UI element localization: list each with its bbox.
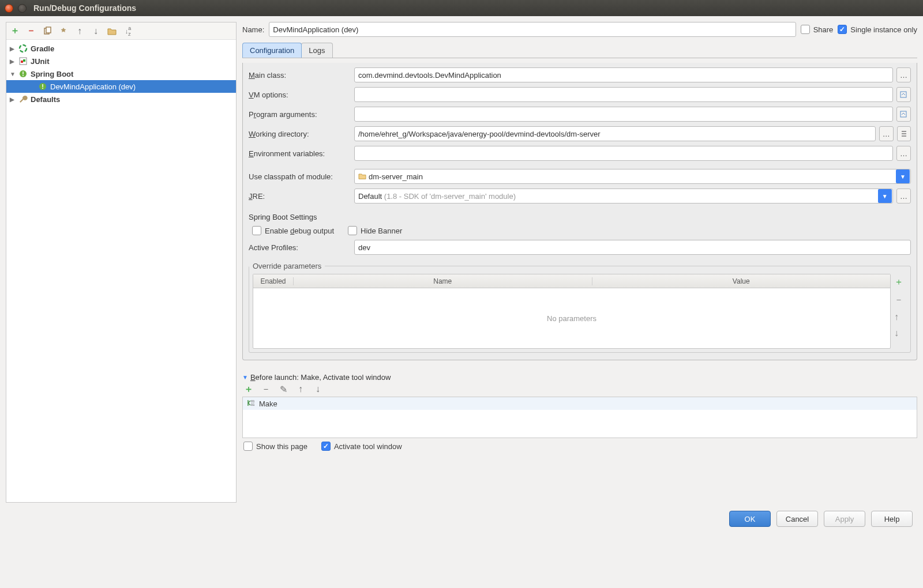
- working-dir-input[interactable]: [354, 126, 876, 141]
- browse-main-class-button[interactable]: …: [896, 67, 911, 82]
- program-args-input[interactable]: [354, 107, 893, 122]
- browse-working-dir-button[interactable]: …: [879, 126, 893, 141]
- th-name[interactable]: Name: [294, 277, 592, 285]
- env-vars-label: Environment variables:: [249, 149, 350, 158]
- remove-param-icon[interactable]: －: [894, 294, 903, 306]
- before-launch-header[interactable]: ▼ Before launch: Make, Activate tool win…: [242, 373, 917, 382]
- chevron-down-icon: ▼: [878, 189, 892, 203]
- checkbox-icon: [801, 25, 810, 34]
- tree-node-defaults[interactable]: ▶ Defaults: [6, 93, 236, 105]
- browse-jre-button[interactable]: …: [896, 189, 911, 203]
- before-launch-list[interactable]: 0101 Make: [242, 397, 917, 438]
- th-value[interactable]: Value: [592, 277, 891, 285]
- tree-label: Spring Boot: [31, 70, 73, 78]
- list-item[interactable]: 0101 Make: [243, 397, 917, 410]
- before-launch-title: Before launch: Make, Activate tool windo…: [250, 373, 391, 382]
- enable-debug-label: Enable debug output: [265, 227, 334, 235]
- before-launch-toolbar: ＋ － ✎ ↑ ↓: [242, 382, 917, 397]
- cancel-button[interactable]: Cancel: [776, 511, 818, 527]
- svg-point-9: [42, 88, 43, 89]
- enable-debug-checkbox[interactable]: Enable debug output: [252, 226, 334, 235]
- apply-button[interactable]: Apply: [824, 511, 865, 527]
- tab-configuration[interactable]: Configuration: [242, 43, 302, 58]
- make-icon: 0101: [246, 399, 256, 408]
- activate-tool-window-checkbox[interactable]: Activate tool window: [321, 442, 402, 451]
- active-profiles-label: Active Profiles:: [249, 243, 350, 252]
- program-args-label: Program arguments:: [249, 110, 350, 119]
- add-config-icon[interactable]: ＋: [10, 26, 20, 36]
- ok-button[interactable]: OK: [729, 511, 771, 527]
- dialog-body: ＋ － ↑ ↓ ↓az ▶ Gradle ▶ JU: [0, 16, 923, 503]
- param-down-icon[interactable]: ↓: [894, 328, 903, 338]
- window-minimize-icon[interactable]: [18, 4, 27, 13]
- chevron-right-icon: ▶: [10, 46, 18, 52]
- tree-node-junit[interactable]: ▶ JUnit: [6, 55, 236, 67]
- configuration-tab-body: MMain class:ain class: … VM options: Pro…: [242, 63, 917, 360]
- config-editor: Name: Share Single instance only Configu…: [242, 22, 917, 503]
- env-vars-input[interactable]: [354, 146, 893, 161]
- svg-point-7: [22, 75, 24, 76]
- th-enabled[interactable]: Enabled: [253, 277, 294, 285]
- expand-program-args-button[interactable]: [896, 107, 911, 122]
- bl-remove-icon[interactable]: －: [261, 384, 271, 394]
- tree-label: Gradle: [31, 44, 54, 53]
- window-close-icon[interactable]: [5, 4, 13, 13]
- tree-node-springboot[interactable]: ▼ Spring Boot: [6, 67, 236, 80]
- tree-node-springboot-child[interactable]: DevMindApplication (dev): [6, 80, 236, 93]
- svg-rect-10: [901, 92, 906, 97]
- hide-banner-label: Hide Banner: [361, 227, 402, 235]
- edit-defaults-icon[interactable]: [58, 26, 69, 36]
- param-up-icon[interactable]: ↑: [894, 312, 903, 322]
- sort-az-icon[interactable]: ↓az: [123, 26, 133, 36]
- vm-options-input[interactable]: [354, 87, 893, 102]
- chevron-right-icon: ▶: [10, 96, 18, 103]
- edit-env-vars-button[interactable]: …: [896, 146, 911, 161]
- active-profiles-input[interactable]: [354, 240, 911, 255]
- svg-rect-1: [46, 27, 51, 33]
- override-params-empty: No parameters: [253, 288, 890, 348]
- help-button[interactable]: Help: [871, 511, 913, 527]
- checkbox-icon: [348, 226, 357, 235]
- svg-rect-5: [23, 59, 25, 62]
- add-param-icon[interactable]: ＋: [894, 276, 903, 288]
- tab-logs[interactable]: Logs: [301, 43, 332, 58]
- bl-edit-icon[interactable]: ✎: [278, 384, 288, 394]
- config-tree: ▶ Gradle ▶ JUnit ▼ Spring Boot DevMindAp…: [6, 40, 236, 502]
- name-row: Name: Share Single instance only: [242, 22, 917, 37]
- override-params-fieldset: Override parameters Enabled Name Value N…: [249, 262, 911, 353]
- svg-rect-11: [901, 111, 906, 117]
- before-launch-section: ▼ Before launch: Make, Activate tool win…: [242, 373, 917, 451]
- share-checkbox[interactable]: Share: [801, 25, 834, 34]
- bl-item-label: Make: [259, 399, 277, 408]
- checkbox-icon: [252, 226, 261, 235]
- main-class-label: MMain class:ain class:: [249, 71, 350, 80]
- classpath-value: dm-server_main: [369, 172, 907, 181]
- tree-label: JUnit: [31, 57, 50, 66]
- move-up-icon[interactable]: ↑: [74, 26, 85, 36]
- bl-add-icon[interactable]: ＋: [243, 384, 254, 394]
- expand-vm-options-button[interactable]: [896, 87, 911, 102]
- tree-node-gradle[interactable]: ▶ Gradle: [6, 42, 236, 55]
- config-name-input[interactable]: [269, 22, 796, 37]
- main-class-input[interactable]: [354, 67, 893, 82]
- single-instance-checkbox[interactable]: Single instance only: [838, 25, 917, 34]
- jre-value: Default (1.8 - SDK of 'dm-server_main' m…: [358, 192, 889, 201]
- classpath-module-combo[interactable]: dm-server_main ▼: [354, 169, 911, 184]
- remove-config-icon[interactable]: －: [26, 26, 36, 36]
- hide-banner-checkbox[interactable]: Hide Banner: [348, 226, 402, 235]
- working-dir-label: Working directory:: [249, 130, 350, 138]
- show-this-page-checkbox[interactable]: Show this page: [243, 442, 307, 451]
- copy-config-icon[interactable]: [42, 26, 52, 36]
- jre-combo[interactable]: Default (1.8 - SDK of 'dm-server_main' m…: [354, 189, 893, 203]
- list-working-dir-button[interactable]: [897, 126, 911, 141]
- spring-settings-title: Spring Boot Settings: [249, 213, 911, 221]
- checkbox-checked-icon: [321, 442, 331, 451]
- bl-down-icon[interactable]: ↓: [313, 384, 323, 394]
- vm-options-label: VM options:: [249, 91, 350, 99]
- tree-label: Defaults: [31, 95, 60, 104]
- tree-toolbar: ＋ － ↑ ↓ ↓az: [6, 22, 236, 40]
- single-instance-label: Single instance only: [850, 25, 917, 34]
- bl-up-icon[interactable]: ↑: [295, 384, 306, 394]
- move-down-icon[interactable]: ↓: [91, 26, 101, 36]
- folder-icon[interactable]: [107, 26, 117, 36]
